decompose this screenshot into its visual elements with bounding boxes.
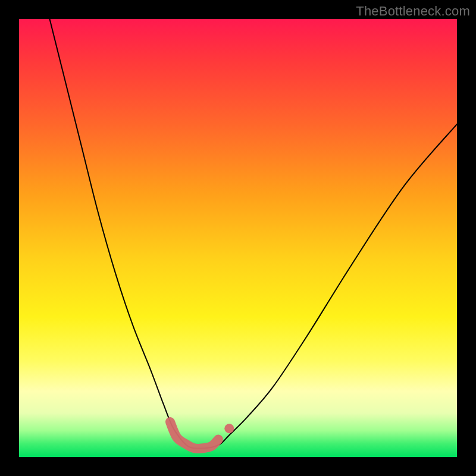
plot-area [19,19,457,457]
chart-svg [19,19,457,457]
bottleneck-curve [50,19,458,449]
chart-frame: TheBottleneck.com [0,0,476,476]
watermark-text: TheBottleneck.com [356,4,470,19]
optimal-range-dot [224,424,234,433]
optimal-range-marker [170,422,218,449]
